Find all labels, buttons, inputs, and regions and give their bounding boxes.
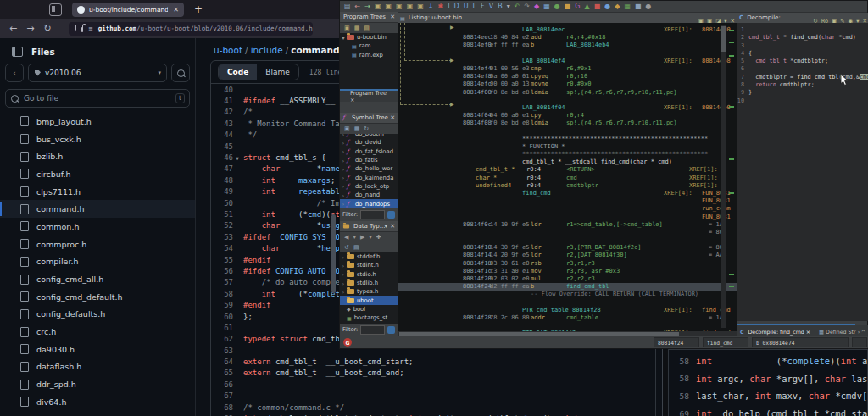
toolbar-icon[interactable]: ▲ [585, 1, 590, 12]
listing-row[interactable]: 80814f1414 20 9f e5ldrr2,[DAT_80814f30]=… [398, 252, 737, 259]
line-number[interactable]: 52 [211, 221, 233, 230]
toolbar-icon[interactable]: ■ [565, 1, 571, 12]
decompile-line[interactable]: 9} [737, 89, 868, 97]
branch-selector[interactable]: v2010.06 ▾ [28, 64, 167, 82]
reload-button[interactable]: ↻ [43, 23, 51, 34]
datatype-item[interactable]: ›stdlib.h [340, 279, 398, 287]
sidebar-file-item[interactable]: ddr_spd.h [0, 375, 195, 393]
toolbar-icon[interactable]: ← [355, 1, 361, 12]
listing-row[interactable] [398, 299, 737, 307]
panel-toolbar-icon[interactable]: ✚ [376, 234, 381, 241]
line-number[interactable]: 49 [211, 187, 233, 196]
toolbar-icon[interactable]: I [448, 1, 449, 12]
toolbar-icon[interactable]: ■ [594, 1, 601, 12]
lock-icon[interactable] [81, 27, 83, 32]
defined-strings-tab[interactable]: ▦ Defined Str › [819, 329, 860, 335]
decompile-tab[interactable]: Decompile: find_cmd × [748, 329, 810, 335]
symbol-item[interactable]: ›ƒdo_devid [340, 138, 398, 147]
tab-close-icon[interactable]: ✕ [173, 6, 179, 14]
datatype-item[interactable]: uboot [340, 296, 398, 304]
filter-input[interactable] [360, 325, 385, 335]
listing-row[interactable]: 80814f1803 30 61 e0rsbr3,r1,r3 [398, 260, 737, 268]
listing-row[interactable] [398, 50, 737, 58]
forward-button[interactable]: → [26, 23, 34, 34]
line-number[interactable]: 50 [211, 199, 233, 208]
new-tab-button[interactable]: + [194, 3, 203, 15]
line-number[interactable]: 45 [211, 142, 233, 151]
sidebar-file-item[interactable]: div64.h [0, 393, 195, 411]
code-line[interactable]: 66 [211, 379, 655, 390]
sidebar-file-item[interactable]: bmp_layout.h [0, 113, 195, 130]
datatype-item[interactable]: ›stddef.h [340, 252, 398, 261]
sidebar-file-item[interactable]: config_cmd_all.h [0, 270, 195, 288]
toolbar-icon[interactable]: → [364, 1, 370, 12]
line-number[interactable]: 41 [211, 97, 233, 105]
tree-item[interactable]: ▾u-boot.bin [340, 33, 398, 42]
line-number[interactable]: 60 [211, 313, 233, 321]
code-line[interactable]: 65extern cmd_tbl_t __u_boot_cmd_end; [211, 368, 655, 379]
panel-toolbar-icon[interactable]: ↺ [344, 244, 349, 251]
listing-row[interactable]: LAB_80814eecXREF[1]:80814ed0 [398, 26, 737, 34]
listing-row[interactable]: PTR_cmd_table_80814f28XREF[1]:find_cmd [398, 307, 737, 314]
toolbar-icon[interactable]: ● [554, 1, 560, 12]
listing-row[interactable]: LAB_80814f04XREF[1]:80814ee0 [398, 104, 737, 112]
browser-tab[interactable]: u-boot/include/command.h at ✕ [72, 3, 184, 17]
listing-row[interactable]: 80814f00f0 8e bd e8ldmiasp!,{r4,r5,r6,r7… [398, 89, 737, 97]
toolbar-icon[interactable]: ↓ [428, 1, 434, 12]
listing-row[interactable]: FUN_8081 [398, 214, 737, 221]
panel-toolbar-icon[interactable]: ▣ [344, 25, 350, 31]
symbol-item[interactable]: ›ƒdo_fatls [340, 156, 398, 164]
collapse-chevron-icon[interactable]: ▼ [233, 155, 242, 161]
symbol-item[interactable]: ›ƒdo_lock_otp [340, 182, 398, 191]
code-line[interactable]: 67 [211, 391, 655, 402]
listing-scrollbar-thumb[interactable] [721, 26, 726, 52]
listing-row[interactable] [398, 322, 737, 330]
datatype-item[interactable]: ›types.h [340, 287, 398, 296]
toolbar-icon[interactable]: ▦ [543, 1, 550, 12]
panel-toolbar-icon[interactable]: ◀ [344, 234, 348, 241]
panel-toolbar-icon[interactable]: ▦ [354, 25, 360, 31]
toolbar-icon[interactable]: G [575, 1, 580, 12]
toolbar-icon[interactable]: D [454, 1, 459, 12]
listing-row[interactable]: 80814f0404 00 a0 e1cpyr0,r4 [398, 112, 737, 119]
toolbar-icon[interactable]: ▣ [407, 1, 414, 12]
sidebar-panel-icon[interactable] [12, 47, 23, 57]
toolbar-icon[interactable]: ✱ [437, 1, 443, 12]
line-number[interactable]: 66 [211, 380, 233, 389]
sidebar-file-item[interactable]: config_defaults.h [0, 306, 195, 324]
listing-row[interactable] [398, 127, 737, 135]
listing-row[interactable]: cmd_tbl_t * __stdcall find_cmd(char * cm… [398, 158, 737, 166]
url-bar[interactable]: ≡ github.com/u-boot/u-boot/blob/v2010.06… [69, 22, 313, 36]
listing-row[interactable]: 80814ef401 00 56 e3cmpr6,#0x1 [398, 65, 737, 73]
filter-config-icon[interactable] [387, 326, 395, 334]
listing-row[interactable]: = 808 [398, 229, 737, 236]
line-number[interactable]: 46 [211, 153, 233, 162]
line-number[interactable]: 61 [211, 324, 233, 332]
toolbar-icon[interactable]: F [481, 1, 485, 12]
toolbar-icon[interactable]: ● [604, 1, 610, 12]
symbol-item[interactable]: ›ƒdo_hello_wor [340, 164, 398, 173]
permissions-icon[interactable]: ≡ [88, 25, 93, 32]
toolbar-icon[interactable]: ◆ [615, 1, 620, 12]
collapse-tree-button[interactable]: ‹ [5, 64, 24, 82]
listing-row[interactable]: 80814f08f0 8e bd e8ldmiasp!,{r4,r5,r6,r7… [398, 119, 737, 127]
filter-input[interactable] [360, 210, 385, 219]
listing-row[interactable]: ****************************************… [398, 151, 737, 158]
sidebar-file-item[interactable]: compiler.h [0, 253, 195, 271]
listing-row[interactable] [398, 236, 737, 244]
line-number[interactable]: 54 [211, 244, 233, 252]
firefox-view-icon[interactable] [49, 3, 62, 16]
panel-toolbar-icon[interactable]: ▶ [360, 234, 364, 241]
toolbar-icon[interactable]: ↶ [515, 1, 520, 12]
go-to-file-input[interactable]: Go to file t [5, 89, 190, 108]
listing-row[interactable]: LAB_80814ef4XREF[1]:80814eb8 [398, 58, 737, 65]
listing-row[interactable]: run_comm [398, 205, 737, 213]
line-number[interactable]: 56 [211, 267, 233, 275]
listing-row[interactable]: cmd_tbl_t *r0:4<RETURN>XREF[1]: [398, 166, 737, 174]
line-number[interactable]: 42 [211, 108, 233, 116]
panel-toolbar-icon[interactable]: ▦ [354, 125, 360, 132]
breadcrumb-repo[interactable]: u-boot [214, 45, 242, 55]
sidebar-file-item[interactable]: clps7111.h [0, 183, 195, 201]
sidebar-file-item[interactable]: bzlib.h [0, 147, 195, 165]
toolbar-icon[interactable]: ▣ [375, 1, 381, 12]
